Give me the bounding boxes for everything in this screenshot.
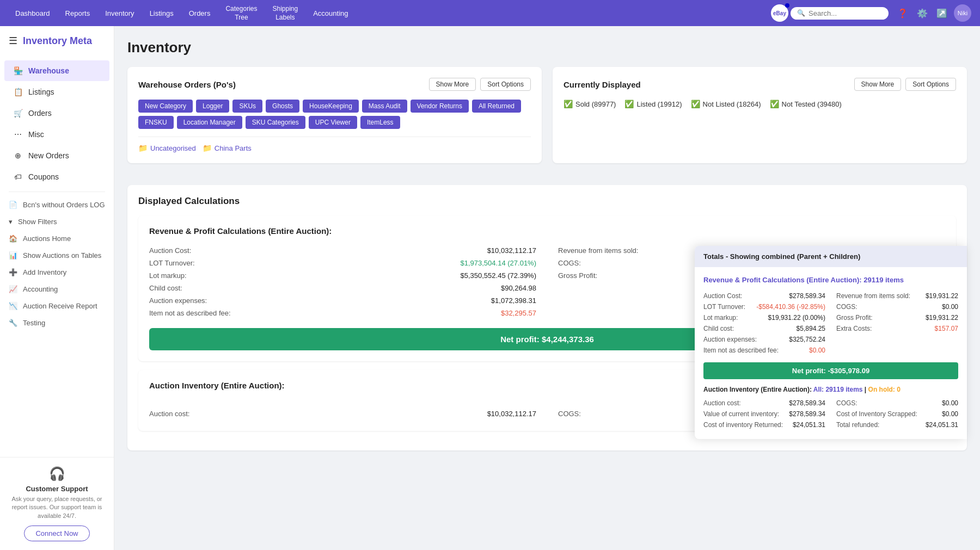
sidebar-item-show-filters[interactable]: ▾ Show Filters [0,213,114,230]
warehouse-sort-options-btn[interactable]: Sort Options [480,78,531,91]
misc-icon: ⋯ [13,129,23,139]
overlay-auction-right: COGS: $0.00 Cost of Inventory Scrapped: … [836,398,958,430]
sidebar-item-listings[interactable]: 📋 Listings [4,82,109,102]
filter-mass-audit[interactable]: Mass Audit [362,100,407,113]
testing-icon: 🔧 [9,319,17,327]
sidebar-item-auction-report[interactable]: 📉 Auction Receive Report [0,298,114,314]
page-title: Inventory [127,39,967,56]
badge-not-listed: ✅ Not Listed (18264) [691,100,761,108]
connect-now-button[interactable]: Connect Now [24,526,89,541]
currently-displayed-header: Currently Displayed Show More Sort Optio… [564,78,956,91]
logout-icon[interactable]: ↗️ [934,5,950,21]
overlay-items-link[interactable]: 29119 items [863,276,904,284]
filter-upc-viewer[interactable]: UPC Viewer [309,116,357,129]
overlay-net-profit-bar: Net profit: -$305,978.09 [703,362,958,379]
sidebar-item-accounting[interactable]: 📈 Accounting [0,281,114,298]
sidebar-item-warehouse[interactable]: 🏪 Warehouse [4,60,109,81]
filter-vendor-returns[interactable]: Vendor Returns [411,100,469,113]
auctions-tables-icon: 📊 [9,251,17,259]
sidebar-item-orders[interactable]: 🛒 Orders [4,103,109,123]
displayed-show-more-btn[interactable]: Show More [854,78,902,91]
sidebar-item-auctions-tables[interactable]: 📊 Show Auctions on Tables [0,247,114,264]
overlay-row-1: LOT Turnover: -$584,410.36 (-92.85%) [703,301,825,312]
sidebar-item-testing[interactable]: 🔧 Testing [0,314,114,331]
nav-listings[interactable]: Listings [143,6,180,21]
sidebar-item-new-orders[interactable]: ⊕ New Orders [4,145,109,166]
sidebar-brand: Inventory Meta [23,35,92,47]
nav-accounting[interactable]: Accounting [307,6,354,21]
hamburger-menu[interactable]: ☰ [9,35,17,47]
calculations-title: Displayed Calculations [138,196,956,207]
check-icon-sold: ✅ [564,100,573,108]
support-text: Ask your query, place requests, or repor… [9,495,105,520]
folder-icon-uncategorised: 📁 [138,144,148,152]
filter-fnsku[interactable]: FNSKU [138,116,174,129]
overlay-auction-title: Auction Inventory (Entire Auction): All:… [703,386,958,393]
filter-ghosts[interactable]: Ghosts [266,100,299,113]
listings-icon: 📋 [13,87,23,97]
overlay-row-0: Auction Cost: $278,589.34 [703,291,825,301]
add-inventory-icon: ➕ [9,268,17,276]
filter-skus[interactable]: SKUs [232,100,262,113]
china-parts-link[interactable]: 📁 China Parts [203,144,252,152]
ebay-button[interactable]: eBay [771,4,788,22]
calc-row-auction-cost-2: Auction cost: $10,032,112.17 [149,407,536,420]
check-icon-not-listed: ✅ [691,100,700,108]
auction-inventory-title: Auction Inventory (Entire Auction): [149,381,285,390]
overlay-row-2: Lot markup: $19,931.22 (0.00%) [703,312,825,323]
filter-logger[interactable]: Logger [196,100,229,113]
top-row: Warehouse Orders (Po's) Show More Sort O… [127,67,967,174]
filter-sku-categories[interactable]: SKU Categories [246,116,305,129]
help-icon[interactable]: ❓ [895,5,910,21]
overlay-auction-right-row-2: Total refunded: $24,051.31 [836,419,958,430]
search-input[interactable] [808,9,882,17]
overlay-auction-left: Auction cost: $278,589.34 Value of curre… [703,398,825,430]
overlay-on-hold: On hold: 0 [868,386,901,393]
sidebar-item-add-inventory[interactable]: ➕ Add Inventory [0,264,114,281]
nav-dashboard[interactable]: Dashboard [9,6,57,21]
currently-displayed-title: Currently Displayed [564,80,641,89]
overlay-auction-right-row-1: Cost of Inventory Scrapped: $0.00 [836,409,958,419]
user-avatar[interactable]: Niki [954,4,971,22]
filter-all-returned[interactable]: All Returned [472,100,521,113]
overlay-header: Totals - Showing combined (Parent + Chil… [695,246,967,267]
bcns-log-icon: 📄 [9,201,17,209]
support-section: 🎧 Customer Support Ask your query, place… [0,457,114,550]
warehouse-icon: 🏪 [13,66,23,76]
warehouse-show-more-btn[interactable]: Show More [429,78,476,91]
currently-displayed-card: Currently Displayed Show More Sort Optio… [553,67,967,163]
nav-shipping-labels[interactable]: ShippingLabels [266,1,304,24]
settings-icon[interactable]: ⚙️ [915,5,930,21]
coupons-icon: 🏷 [13,172,23,182]
nav-categories-tree[interactable]: CategoriesTree [219,1,264,24]
sidebar-item-misc[interactable]: ⋯ Misc [4,124,109,145]
search-bar[interactable]: 🔍 [791,7,889,20]
filter-location-manager[interactable]: Location Manager [177,116,242,129]
nav-orders[interactable]: Orders [182,6,217,21]
filter-buttons-group: New Category Logger SKUs Ghosts HouseKee… [138,100,531,129]
overlay-row-4: Auction expenses: $325,752.24 [703,334,825,345]
sidebar: ☰ Inventory Meta 🏪 Warehouse 📋 Listings … [0,26,114,550]
overlay-right-row-2: Gross Profit: $19,931.22 [836,312,958,323]
badge-not-tested: ✅ Not Tested (39480) [770,100,842,108]
uncategorised-link[interactable]: 📁 Uncategorised [138,144,196,152]
calc-row-lot-turnover: LOT Turnover: $1,973,504.14 (27.01%) [149,257,536,269]
sidebar-item-coupons[interactable]: 🏷 Coupons [4,166,109,187]
overlay-right-row-3: Extra Costs: $157.07 [836,323,958,334]
filter-housekeeping[interactable]: HouseKeeping [303,100,359,113]
check-icon-not-tested: ✅ [770,100,779,108]
displayed-sort-options-btn[interactable]: Sort Options [905,78,956,91]
revenue-left-col: Auction Cost: $10,032,112.17 LOT Turnove… [149,244,536,319]
sidebar-item-bcns-log[interactable]: 📄 Bcn's without Orders LOG [0,196,114,213]
auctions-home-icon: 🏠 [9,234,17,243]
overlay-right-row-1: COGS: $0.00 [836,301,958,312]
overlay-all-items[interactable]: All: 29119 items [813,386,865,393]
display-badges: ✅ Sold (89977) ✅ Listed (19912) ✅ Not Li… [564,100,956,108]
calc-row-auction-cost: Auction Cost: $10,032,112.17 [149,244,536,257]
sidebar-item-auctions-home[interactable]: 🏠 Auctions Home [0,230,114,247]
filter-itemless[interactable]: ItemLess [360,116,400,129]
nav-reports[interactable]: Reports [59,6,97,21]
filter-new-category[interactable]: New Category [138,100,193,113]
nav-inventory[interactable]: Inventory [99,6,140,21]
badge-sold: ✅ Sold (89977) [564,100,616,108]
